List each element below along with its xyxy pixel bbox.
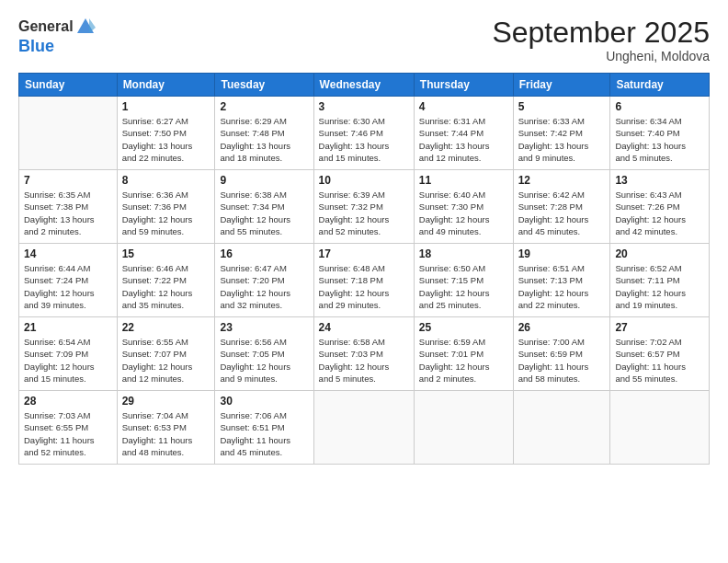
day-number: 24 bbox=[319, 321, 409, 334]
table-cell: 26Sunrise: 7:00 AM Sunset: 6:59 PM Dayli… bbox=[513, 317, 610, 391]
day-number: 30 bbox=[220, 395, 308, 408]
day-number: 2 bbox=[220, 100, 308, 113]
table-cell: 19Sunrise: 6:51 AM Sunset: 7:13 PM Dayli… bbox=[513, 244, 610, 317]
logo-general-text: General bbox=[18, 18, 74, 35]
table-cell: 10Sunrise: 6:39 AM Sunset: 7:32 PM Dayli… bbox=[313, 170, 414, 244]
day-number: 18 bbox=[419, 247, 508, 260]
table-cell: 6Sunrise: 6:34 AM Sunset: 7:40 PM Daylig… bbox=[610, 97, 710, 170]
table-cell: 25Sunrise: 6:59 AM Sunset: 7:01 PM Dayli… bbox=[414, 317, 513, 391]
table-cell bbox=[19, 97, 118, 170]
table-cell: 24Sunrise: 6:58 AM Sunset: 7:03 PM Dayli… bbox=[313, 317, 414, 391]
day-info: Sunrise: 7:06 AM Sunset: 6:51 PM Dayligh… bbox=[220, 409, 308, 458]
table-cell: 30Sunrise: 7:06 AM Sunset: 6:51 PM Dayli… bbox=[215, 391, 313, 465]
day-number: 21 bbox=[24, 321, 112, 334]
day-info: Sunrise: 6:27 AM Sunset: 7:50 PM Dayligh… bbox=[122, 115, 210, 164]
day-number: 13 bbox=[615, 174, 704, 187]
table-cell: 5Sunrise: 6:33 AM Sunset: 7:42 PM Daylig… bbox=[513, 97, 610, 170]
day-info: Sunrise: 6:46 AM Sunset: 7:22 PM Dayligh… bbox=[122, 262, 210, 311]
logo-icon bbox=[75, 17, 96, 37]
table-cell: 28Sunrise: 7:03 AM Sunset: 6:55 PM Dayli… bbox=[19, 391, 118, 465]
day-info: Sunrise: 6:44 AM Sunset: 7:24 PM Dayligh… bbox=[24, 262, 112, 311]
day-info: Sunrise: 7:02 AM Sunset: 6:57 PM Dayligh… bbox=[615, 336, 704, 385]
day-number: 17 bbox=[319, 247, 409, 260]
day-info: Sunrise: 6:50 AM Sunset: 7:15 PM Dayligh… bbox=[419, 262, 508, 311]
week-row-4: 21Sunrise: 6:54 AM Sunset: 7:09 PM Dayli… bbox=[19, 317, 710, 391]
header-thursday: Thursday bbox=[414, 74, 513, 97]
table-cell: 20Sunrise: 6:52 AM Sunset: 7:11 PM Dayli… bbox=[610, 244, 710, 317]
table-cell: 9Sunrise: 6:38 AM Sunset: 7:34 PM Daylig… bbox=[215, 170, 313, 244]
day-info: Sunrise: 6:56 AM Sunset: 7:05 PM Dayligh… bbox=[220, 336, 308, 385]
day-number: 9 bbox=[220, 174, 308, 187]
day-number: 29 bbox=[122, 395, 210, 408]
day-info: Sunrise: 6:51 AM Sunset: 7:13 PM Dayligh… bbox=[518, 262, 606, 311]
table-cell: 17Sunrise: 6:48 AM Sunset: 7:18 PM Dayli… bbox=[313, 244, 414, 317]
table-cell: 13Sunrise: 6:43 AM Sunset: 7:26 PM Dayli… bbox=[610, 170, 710, 244]
day-info: Sunrise: 6:29 AM Sunset: 7:48 PM Dayligh… bbox=[220, 115, 308, 164]
table-cell: 27Sunrise: 7:02 AM Sunset: 6:57 PM Dayli… bbox=[610, 317, 710, 391]
day-number: 19 bbox=[518, 247, 606, 260]
table-cell: 12Sunrise: 6:42 AM Sunset: 7:28 PM Dayli… bbox=[513, 170, 610, 244]
day-info: Sunrise: 7:03 AM Sunset: 6:55 PM Dayligh… bbox=[24, 409, 112, 458]
day-info: Sunrise: 7:04 AM Sunset: 6:53 PM Dayligh… bbox=[122, 409, 210, 458]
header: General Blue September 2025 Ungheni, Mol… bbox=[18, 17, 710, 63]
day-info: Sunrise: 6:55 AM Sunset: 7:07 PM Dayligh… bbox=[122, 336, 210, 385]
day-number: 11 bbox=[419, 174, 508, 187]
day-info: Sunrise: 6:42 AM Sunset: 7:28 PM Dayligh… bbox=[518, 189, 606, 237]
day-number: 15 bbox=[122, 247, 210, 260]
day-info: Sunrise: 6:58 AM Sunset: 7:03 PM Dayligh… bbox=[319, 336, 409, 385]
day-info: Sunrise: 6:43 AM Sunset: 7:26 PM Dayligh… bbox=[615, 189, 704, 237]
day-info: Sunrise: 6:35 AM Sunset: 7:38 PM Dayligh… bbox=[24, 189, 112, 237]
week-row-1: 1Sunrise: 6:27 AM Sunset: 7:50 PM Daylig… bbox=[19, 97, 710, 170]
table-cell bbox=[414, 391, 513, 465]
table-cell: 3Sunrise: 6:30 AM Sunset: 7:46 PM Daylig… bbox=[313, 97, 414, 170]
header-friday: Friday bbox=[513, 74, 610, 97]
header-wednesday: Wednesday bbox=[313, 74, 414, 97]
day-number: 20 bbox=[615, 247, 704, 260]
day-info: Sunrise: 6:54 AM Sunset: 7:09 PM Dayligh… bbox=[24, 336, 112, 385]
day-number: 26 bbox=[518, 321, 606, 334]
day-info: Sunrise: 6:38 AM Sunset: 7:34 PM Dayligh… bbox=[220, 189, 308, 237]
day-info: Sunrise: 6:47 AM Sunset: 7:20 PM Dayligh… bbox=[220, 262, 308, 311]
table-cell bbox=[513, 391, 610, 465]
table-cell: 29Sunrise: 7:04 AM Sunset: 6:53 PM Dayli… bbox=[117, 391, 215, 465]
day-number: 3 bbox=[319, 100, 409, 113]
table-cell: 11Sunrise: 6:40 AM Sunset: 7:30 PM Dayli… bbox=[414, 170, 513, 244]
table-cell: 1Sunrise: 6:27 AM Sunset: 7:50 PM Daylig… bbox=[117, 97, 215, 170]
day-number: 16 bbox=[220, 247, 308, 260]
table-cell: 18Sunrise: 6:50 AM Sunset: 7:15 PM Dayli… bbox=[414, 244, 513, 317]
day-number: 5 bbox=[518, 100, 606, 113]
location: Ungheni, Moldova bbox=[492, 49, 710, 63]
week-row-2: 7Sunrise: 6:35 AM Sunset: 7:38 PM Daylig… bbox=[19, 170, 710, 244]
day-number: 27 bbox=[615, 321, 704, 334]
title-area: September 2025 Ungheni, Moldova bbox=[492, 17, 710, 63]
day-info: Sunrise: 6:34 AM Sunset: 7:40 PM Dayligh… bbox=[615, 115, 704, 164]
day-info: Sunrise: 6:33 AM Sunset: 7:42 PM Dayligh… bbox=[518, 115, 606, 164]
page: General Blue September 2025 Ungheni, Mol… bbox=[0, 0, 728, 563]
day-info: Sunrise: 6:39 AM Sunset: 7:32 PM Dayligh… bbox=[319, 189, 409, 237]
header-tuesday: Tuesday bbox=[215, 74, 313, 97]
calendar-header-row: Sunday Monday Tuesday Wednesday Thursday… bbox=[19, 74, 710, 97]
logo-blue-text: Blue bbox=[18, 37, 54, 55]
day-info: Sunrise: 6:36 AM Sunset: 7:36 PM Dayligh… bbox=[122, 189, 210, 237]
table-cell: 21Sunrise: 6:54 AM Sunset: 7:09 PM Dayli… bbox=[19, 317, 118, 391]
day-number: 6 bbox=[615, 100, 704, 113]
day-number: 28 bbox=[24, 395, 112, 408]
day-number: 1 bbox=[122, 100, 210, 113]
day-number: 25 bbox=[419, 321, 508, 334]
day-info: Sunrise: 6:40 AM Sunset: 7:30 PM Dayligh… bbox=[419, 189, 508, 237]
day-number: 8 bbox=[122, 174, 210, 187]
day-info: Sunrise: 6:31 AM Sunset: 7:44 PM Dayligh… bbox=[419, 115, 508, 164]
day-info: Sunrise: 6:30 AM Sunset: 7:46 PM Dayligh… bbox=[319, 115, 409, 164]
table-cell: 14Sunrise: 6:44 AM Sunset: 7:24 PM Dayli… bbox=[19, 244, 118, 317]
day-number: 23 bbox=[220, 321, 308, 334]
week-row-5: 28Sunrise: 7:03 AM Sunset: 6:55 PM Dayli… bbox=[19, 391, 710, 465]
header-monday: Monday bbox=[117, 74, 215, 97]
week-row-3: 14Sunrise: 6:44 AM Sunset: 7:24 PM Dayli… bbox=[19, 244, 710, 317]
day-info: Sunrise: 6:52 AM Sunset: 7:11 PM Dayligh… bbox=[615, 262, 704, 311]
table-cell: 7Sunrise: 6:35 AM Sunset: 7:38 PM Daylig… bbox=[19, 170, 118, 244]
day-info: Sunrise: 7:00 AM Sunset: 6:59 PM Dayligh… bbox=[518, 336, 606, 385]
table-cell: 16Sunrise: 6:47 AM Sunset: 7:20 PM Dayli… bbox=[215, 244, 313, 317]
table-cell bbox=[610, 391, 710, 465]
day-number: 10 bbox=[319, 174, 409, 187]
logo: General Blue bbox=[18, 17, 96, 56]
